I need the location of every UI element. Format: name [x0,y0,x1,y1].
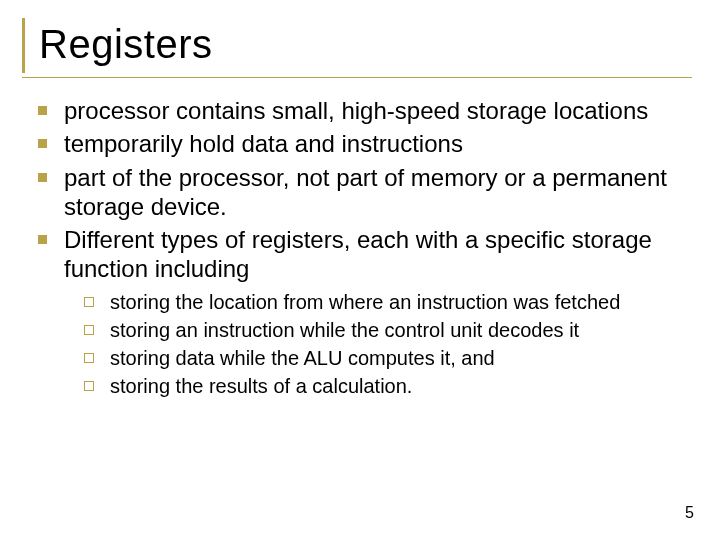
title-wrap: Registers [22,18,692,73]
bullet-text: part of the processor, not part of memor… [64,164,667,220]
sub-bullet-text: storing data while the ALU computes it, … [110,347,495,369]
title-rule [22,77,692,78]
sub-bullet-item: storing the results of a calculation. [80,374,692,399]
sub-bullet-text: storing the location from where an instr… [110,291,620,313]
main-bullet-list: processor contains small, high-speed sto… [22,96,692,284]
bullet-item: part of the processor, not part of memor… [34,163,692,222]
bullet-item: temporarily hold data and instructions [34,129,692,158]
bullet-text: temporarily hold data and instructions [64,130,463,157]
bullet-item: processor contains small, high-speed sto… [34,96,692,125]
sub-bullet-item: storing data while the ALU computes it, … [80,346,692,371]
sub-bullet-item: storing an instruction while the control… [80,318,692,343]
slide: Registers processor contains small, high… [0,0,720,540]
page-number: 5 [685,504,694,522]
slide-title: Registers [39,22,692,67]
bullet-text: Different types of registers, each with … [64,226,652,282]
bullet-item: Different types of registers, each with … [34,225,692,284]
sub-bullet-list: storing the location from where an instr… [22,290,692,399]
bullet-text: processor contains small, high-speed sto… [64,97,648,124]
sub-bullet-item: storing the location from where an instr… [80,290,692,315]
sub-bullet-text: storing the results of a calculation. [110,375,412,397]
sub-bullet-text: storing an instruction while the control… [110,319,579,341]
